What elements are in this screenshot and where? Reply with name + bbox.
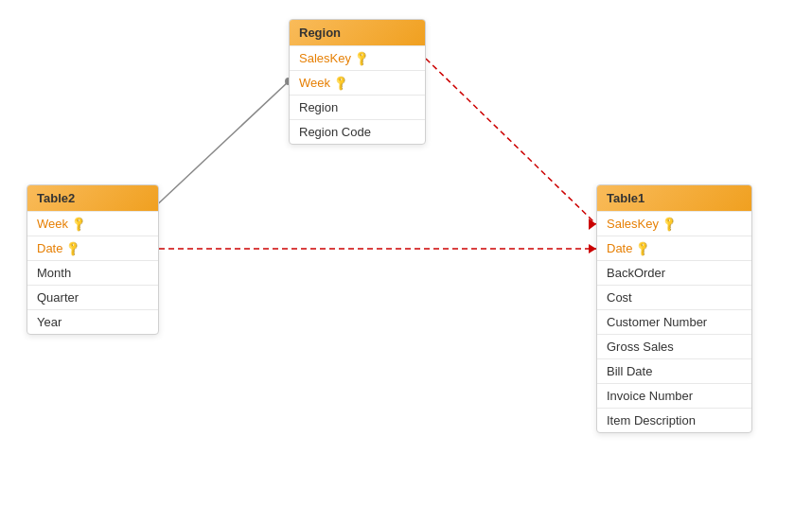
field-label: Week	[37, 217, 68, 231]
region-card[interactable]: Region SalesKey 🔑 Week 🔑 Region Region C…	[289, 19, 426, 145]
key-icon: 🔑	[69, 215, 87, 233]
field-label: BackOrder	[607, 266, 665, 280]
key-icon: 🔑	[331, 74, 349, 92]
svg-marker-6	[589, 244, 596, 253]
diagram-canvas: Table2 Week 🔑 Date 🔑 Month Quarter Year …	[0, 0, 812, 506]
table1-card[interactable]: Table1 SalesKey 🔑 Date 🔑 BackOrder Cost …	[596, 184, 752, 433]
field-label: Year	[37, 315, 62, 329]
svg-line-0	[150, 81, 289, 212]
table-row[interactable]: Region	[290, 95, 425, 119]
field-label: Week	[299, 76, 330, 90]
table2-header: Table2	[27, 185, 158, 211]
table-row[interactable]: Bill Date	[597, 358, 751, 383]
region-header: Region	[290, 20, 425, 45]
table-row[interactable]: Week 🔑	[27, 211, 158, 236]
field-label: Cost	[607, 290, 632, 305]
svg-line-3	[426, 59, 596, 224]
field-label: Region Code	[299, 125, 371, 139]
field-label: Month	[37, 266, 71, 280]
table-row[interactable]: Week 🔑	[290, 70, 425, 95]
field-label: Date	[607, 241, 632, 255]
field-label: Date	[37, 241, 62, 255]
field-label: SalesKey	[299, 51, 351, 65]
table-row[interactable]: Invoice Number	[597, 383, 751, 408]
table-row[interactable]: Date 🔑	[597, 236, 751, 260]
field-label: Gross Sales	[607, 340, 674, 354]
table-row[interactable]: Customer Number	[597, 309, 751, 334]
table-row[interactable]: Month	[27, 260, 158, 285]
table1-header: Table1	[597, 185, 751, 211]
key-icon: 🔑	[352, 49, 370, 67]
field-label: SalesKey	[607, 217, 659, 231]
table-row[interactable]: Item Description	[597, 408, 751, 432]
key-icon: 🔑	[634, 239, 652, 257]
field-label: Region	[299, 100, 338, 114]
table-row[interactable]: Cost	[597, 285, 751, 309]
field-label: Item Description	[607, 413, 696, 427]
field-label: Customer Number	[607, 315, 707, 329]
table-row[interactable]: SalesKey 🔑	[290, 45, 425, 70]
field-label: Invoice Number	[607, 389, 693, 403]
table2-card[interactable]: Table2 Week 🔑 Date 🔑 Month Quarter Year	[26, 184, 159, 335]
key-icon: 🔑	[660, 215, 678, 233]
table-row[interactable]: Gross Sales	[597, 334, 751, 358]
field-label: Quarter	[37, 290, 79, 305]
field-label: Bill Date	[607, 364, 652, 378]
table-row[interactable]: Year	[27, 309, 158, 334]
table-row[interactable]: Quarter	[27, 285, 158, 309]
table-row[interactable]: Region Code	[290, 119, 425, 144]
table-row[interactable]: BackOrder	[597, 260, 751, 285]
table-row[interactable]: SalesKey 🔑	[597, 211, 751, 236]
svg-marker-4	[589, 218, 596, 230]
table-row[interactable]: Date 🔑	[27, 236, 158, 260]
key-icon: 🔑	[64, 239, 82, 257]
